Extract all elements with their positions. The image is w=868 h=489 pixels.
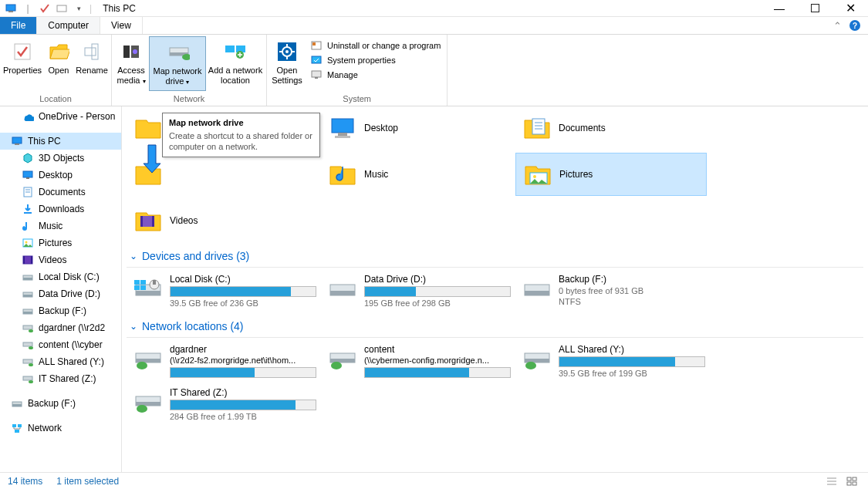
svg-rect-4 xyxy=(15,44,30,59)
qat-newfolder-icon[interactable] xyxy=(56,2,68,15)
qat-dropdown-icon[interactable]: ▾ xyxy=(73,2,85,15)
tab-view[interactable]: View xyxy=(100,17,143,34)
svg-point-55 xyxy=(29,380,33,383)
folder-documents[interactable]: Documents xyxy=(515,106,707,150)
drive-backup-f-[interactable]: Backup (F:)0 bytes free of 931 GBNTFS xyxy=(515,271,707,311)
minimize-ribbon-icon[interactable]: ⌃ xyxy=(833,20,842,32)
tab-file[interactable]: File xyxy=(0,17,37,34)
svg-rect-62 xyxy=(338,133,347,136)
system-properties-button[interactable]: System properties xyxy=(310,54,441,66)
svg-point-49 xyxy=(29,329,33,332)
capacity-bar xyxy=(170,286,316,297)
nav-item-downloads[interactable]: Downloads xyxy=(0,201,121,218)
title-bar: | ▾ | This PC — ✕ xyxy=(0,0,868,17)
svg-rect-82 xyxy=(330,291,355,295)
svg-rect-63 xyxy=(335,136,350,138)
nav-item-network[interactable]: Network xyxy=(0,420,121,437)
drive-content[interactable]: content(\\cybermen-config.morgridge.n... xyxy=(321,341,512,381)
nav-item-all-shared-y-[interactable]: ALL Shared (Y:) xyxy=(0,353,121,370)
rename-button[interactable]: Rename xyxy=(74,36,110,79)
drive-all-shared-y-[interactable]: ALL Shared (Y:)39.5 GB free of 199 GB xyxy=(515,341,707,381)
svg-rect-89 xyxy=(330,359,355,363)
uninstall-program-button[interactable]: Uninstall or change a program xyxy=(310,39,441,52)
section-network-locations[interactable]: ⌄ Network locations (4) xyxy=(127,315,863,338)
view-large-icons-button[interactable] xyxy=(843,474,860,488)
properties-icon xyxy=(10,39,35,64)
properties-button[interactable]: Properties xyxy=(2,36,43,79)
svg-rect-48 xyxy=(23,325,32,329)
pictures-icon xyxy=(22,237,34,249)
svg-rect-74 xyxy=(136,291,160,295)
svg-rect-64 xyxy=(532,119,545,134)
svg-rect-61 xyxy=(332,119,353,133)
3d-icon xyxy=(22,152,34,164)
folder-pictures[interactable]: Pictures xyxy=(515,153,707,196)
nav-item-videos[interactable]: Videos xyxy=(0,251,121,268)
netdrive-icon xyxy=(327,344,358,375)
nav-item-pictures[interactable]: Pictures xyxy=(0,234,121,251)
nav-item-backup-f-[interactable]: Backup (F:) xyxy=(0,302,121,319)
nav-item-onedrive-person[interactable]: OneDrive - Person xyxy=(0,108,121,125)
svg-rect-29 xyxy=(15,143,19,145)
content-pane[interactable]: DesktopDocumentsMusicPicturesVideos ⌄ De… xyxy=(122,106,868,472)
svg-rect-78 xyxy=(140,285,146,290)
svg-rect-71 xyxy=(140,216,143,227)
status-bar: 14 items 1 item selected xyxy=(0,472,868,489)
network-icon xyxy=(11,422,23,434)
nav-item-music[interactable]: Music xyxy=(0,218,121,234)
drive-local-disk-c-[interactable]: Local Disk (C:)39.5 GB free of 236 GB xyxy=(127,271,318,311)
nav-item-documents[interactable]: Documents xyxy=(0,184,121,201)
nav-item-content-cyber[interactable]: content (\\cyber xyxy=(0,336,121,353)
svg-rect-60 xyxy=(15,430,19,433)
drive-it-shared-z-[interactable]: IT Shared (Z:)284 GB free of 1.99 TB xyxy=(127,384,318,424)
nav-item-backup-f-[interactable]: Backup (F:) xyxy=(0,395,121,412)
nav-item-it-shared-z-[interactable]: IT Shared (Z:) xyxy=(0,370,121,387)
capacity-bar xyxy=(364,286,511,297)
map-network-drive-button[interactable]: Map network drive ▾ xyxy=(149,36,206,91)
folder-desktop[interactable]: Desktop xyxy=(321,106,512,150)
netdrive-icon xyxy=(133,344,164,375)
maximize-button[interactable] xyxy=(797,0,833,17)
svg-point-90 xyxy=(331,362,342,369)
open-button[interactable]: Open xyxy=(43,36,74,79)
navigation-pane[interactable]: OneDrive - PersonThis PC3D ObjectsDeskto… xyxy=(0,106,122,472)
manage-button[interactable]: Manage xyxy=(310,69,441,81)
svg-rect-101 xyxy=(853,477,856,481)
nav-item-dgardner-r2d2[interactable]: dgardner (\\r2d2 xyxy=(0,319,121,336)
add-network-location-button[interactable]: Add a network location xyxy=(206,36,265,89)
access-media-button[interactable]: Access media ▾ xyxy=(113,36,149,89)
open-settings-button[interactable]: Open Settings xyxy=(269,36,306,89)
folder-videos[interactable]: Videos xyxy=(127,199,318,242)
drive-dgardner[interactable]: dgardner(\\r2d2-fs2.morgridge.net\it\hom… xyxy=(127,341,318,381)
svg-rect-59 xyxy=(18,424,22,427)
netdrive-icon xyxy=(22,373,34,385)
drive-data-drive-d-[interactable]: Data Drive (D:)195 GB free of 298 GB xyxy=(321,271,512,311)
help-icon[interactable]: ? xyxy=(849,20,860,31)
videos-icon xyxy=(22,254,34,266)
desktop-icon xyxy=(327,113,358,143)
settings-gear-icon xyxy=(275,39,299,64)
nav-item-3d-objects[interactable]: 3D Objects xyxy=(0,150,121,167)
svg-rect-27 xyxy=(315,77,318,79)
netdrive-icon xyxy=(133,387,164,418)
close-button[interactable]: ✕ xyxy=(833,0,868,17)
view-details-button[interactable] xyxy=(823,474,840,488)
nav-item-data-drive-d-[interactable]: Data Drive (D:) xyxy=(0,285,121,302)
qat-properties-icon[interactable] xyxy=(39,2,51,15)
tab-computer[interactable]: Computer xyxy=(37,17,100,34)
svg-rect-86 xyxy=(136,359,160,363)
svg-rect-26 xyxy=(312,71,321,77)
nav-item-this-pc[interactable]: This PC xyxy=(0,133,121,150)
chevron-down-icon: ⌄ xyxy=(130,251,137,261)
nav-item-local-disk-c-[interactable]: Local Disk (C:) xyxy=(0,268,121,285)
minimize-button[interactable]: — xyxy=(762,0,797,17)
svg-point-18 xyxy=(285,50,289,53)
desktop-icon xyxy=(22,169,34,181)
section-devices-drives[interactable]: ⌄ Devices and drives (3) xyxy=(127,245,863,268)
ribbon-group-network: Access media ▾ Map network drive ▾ Add a… xyxy=(112,35,267,106)
svg-rect-77 xyxy=(134,285,140,290)
tooltip-map-network-drive: Map network drive Create a shortcut to a… xyxy=(162,113,320,157)
svg-rect-43 xyxy=(23,278,32,280)
folder-music[interactable]: Music xyxy=(321,153,512,196)
nav-item-desktop[interactable]: Desktop xyxy=(0,167,121,184)
